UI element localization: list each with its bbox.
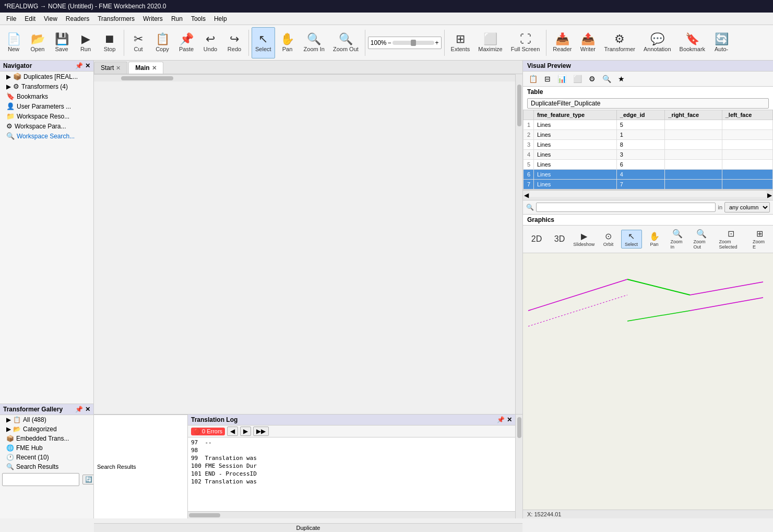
tab-main-close[interactable]: ✕ xyxy=(152,65,157,72)
table-row[interactable]: 6 Lines 4 xyxy=(524,170,773,180)
tl-prev-button[interactable]: ◀ xyxy=(227,427,238,436)
scroll-left-icon[interactable]: ◀ xyxy=(523,191,530,200)
nav-item-duplicates[interactable]: ▶ 📦 Duplicates [REAL... xyxy=(0,72,93,81)
tab-start-close[interactable]: ✕ xyxy=(116,65,121,72)
vp-search-column-select[interactable]: any column xyxy=(724,202,770,212)
run-button[interactable]: ▶ Run xyxy=(74,27,97,58)
nav-item-workspace-search[interactable]: 🔍 Workspace Search... xyxy=(0,131,93,141)
menu-file[interactable]: File xyxy=(2,14,20,23)
col-left-face[interactable]: _left_face xyxy=(722,110,772,120)
zoom-out-button[interactable]: 🔍 Zoom Out xyxy=(329,27,362,58)
cut-button[interactable]: ✂ Cut xyxy=(127,27,150,58)
tg-item-recent[interactable]: 🕐 Recent (10) xyxy=(0,453,93,462)
nav-pin-icon[interactable]: 📌 xyxy=(75,62,83,69)
graphics-orbit-button[interactable]: ⊙ Orbit xyxy=(598,230,619,249)
full-screen-button[interactable]: ⛶ Full Screen xyxy=(507,27,544,58)
vp-icon-table[interactable]: 📋 xyxy=(526,73,540,85)
stop-button[interactable]: ⏹ Stop xyxy=(98,27,121,58)
tg-item-fme-hub[interactable]: 🌐 FME Hub xyxy=(0,443,93,453)
canvas-vertical-scrollbar[interactable] xyxy=(515,74,522,414)
graphics-zoom-out-button[interactable]: 🔍 Zoom Out xyxy=(690,227,713,251)
reader-button[interactable]: 📥 Reader xyxy=(549,27,575,58)
vp-icon-star[interactable]: ★ xyxy=(615,73,627,85)
maximize-button[interactable]: ⬜ Maximize xyxy=(474,27,506,58)
graphics-select-button[interactable]: ↖ Select xyxy=(621,230,642,249)
col-right-face[interactable]: _right_face xyxy=(665,110,722,120)
new-button[interactable]: 📄 New xyxy=(2,27,25,58)
nav-item-user-params[interactable]: 👤 User Parameters ... xyxy=(0,101,93,111)
nav-item-transformers[interactable]: ▶ ⚙ Transformers (4) xyxy=(0,81,93,91)
col-edge-id[interactable]: _edge_id xyxy=(616,110,665,120)
select-button[interactable]: ↖ Select xyxy=(252,27,275,58)
vp-search-input[interactable] xyxy=(536,203,716,212)
graphics-3d-button[interactable]: 3D xyxy=(549,233,570,245)
vp-icon-search[interactable]: 🔍 xyxy=(600,73,614,85)
tl-expand-button[interactable]: ▶▶ xyxy=(253,427,269,436)
menu-tools[interactable]: Tools xyxy=(187,14,210,23)
vscroll-thumb[interactable] xyxy=(517,85,521,126)
tab-main[interactable]: Main ✕ xyxy=(128,62,163,74)
table-row[interactable]: 7 Lines 7 xyxy=(524,180,773,190)
tab-start[interactable]: Start ✕ xyxy=(94,62,127,74)
nav-item-bookmarks[interactable]: 🔖 Bookmarks xyxy=(0,91,93,101)
graphics-zoom-extents-button[interactable]: ⊞ Zoom E xyxy=(749,227,770,251)
table-row[interactable]: 5 Lines 6 xyxy=(524,160,773,170)
menu-writers[interactable]: Writers xyxy=(139,14,167,23)
scroll-right-icon[interactable]: ▶ xyxy=(766,191,773,200)
menu-run[interactable]: Run xyxy=(167,14,187,23)
transformer-button[interactable]: ⚙ Transformer xyxy=(600,27,639,58)
auto-button[interactable]: 🔄 Auto- xyxy=(710,27,733,58)
bookmark-button[interactable]: 🔖 Bookmark xyxy=(676,27,709,58)
tg-close-icon[interactable]: ✕ xyxy=(85,406,90,413)
extents-button[interactable]: ⊞ Extents xyxy=(447,27,474,58)
menu-readers[interactable]: Readers xyxy=(62,14,93,23)
vp-icon-grid[interactable]: ⊟ xyxy=(542,73,553,85)
scroll-track[interactable] xyxy=(530,191,766,197)
tl-hscroll[interactable] xyxy=(188,511,515,518)
menu-transformers[interactable]: Transformers xyxy=(93,14,139,23)
menu-view[interactable]: View xyxy=(40,14,62,23)
tg-search-input[interactable] xyxy=(2,473,79,486)
tl-pin-icon[interactable]: 📌 xyxy=(497,416,505,423)
tg-item-all[interactable]: ▶ 📋 All (488) xyxy=(0,415,93,424)
zoom-in-button[interactable]: 🔍 Zoom In xyxy=(300,27,328,58)
nav-item-resources[interactable]: 📁 Workspace Reso... xyxy=(0,111,93,121)
graphics-slideshow-button[interactable]: ▶ Slideshow xyxy=(572,230,596,249)
writer-button[interactable]: 📤 Writer xyxy=(576,27,599,58)
canvas-horizontal-scrollbar[interactable] xyxy=(94,74,515,81)
menu-help[interactable]: Help xyxy=(210,14,231,23)
col-fme-feature-type[interactable]: fme_feature_type xyxy=(534,110,617,120)
pan-button[interactable]: ✋ Pan xyxy=(276,27,299,58)
nav-item-workspace-params[interactable]: ⚙ Workspace Para... xyxy=(0,121,93,131)
table-row[interactable]: 3 Lines 8 xyxy=(524,140,773,150)
table-row[interactable]: 4 Lines 3 xyxy=(524,150,773,160)
copy-button[interactable]: 📋 Copy xyxy=(151,27,174,58)
zoom-control[interactable]: 100% − + xyxy=(368,37,442,49)
graphics-pan-button[interactable]: ✋ Pan xyxy=(644,230,665,249)
tl-vscroll[interactable] xyxy=(515,415,522,518)
tg-item-search-results[interactable]: 🔍 Search Results xyxy=(0,462,93,471)
col-rownum[interactable] xyxy=(524,110,534,120)
tl-close-icon[interactable]: ✕ xyxy=(507,416,512,423)
tg-item-embedded[interactable]: 📦 Embedded Trans... xyxy=(0,434,93,443)
vp-icon-expand[interactable]: ⬜ xyxy=(570,73,585,85)
tl-next-button[interactable]: ▶ xyxy=(240,427,251,436)
table-row[interactable]: 2 Lines 1 xyxy=(524,130,773,140)
tg-item-categorized[interactable]: ▶ 📂 Categorized xyxy=(0,424,93,434)
menu-edit[interactable]: Edit xyxy=(20,14,40,23)
vp-icon-settings[interactable]: ⚙ xyxy=(586,73,598,85)
open-button[interactable]: 📂 Open xyxy=(26,27,49,58)
graphics-zoom-in-button[interactable]: 🔍 Zoom In xyxy=(667,227,688,251)
graphics-2d-button[interactable]: 2D xyxy=(526,233,547,245)
hscroll-thumb[interactable] xyxy=(121,76,173,80)
save-button[interactable]: 💾 Save xyxy=(50,27,73,58)
tg-search-button[interactable]: 🔄 xyxy=(82,475,93,484)
nav-close-icon[interactable]: ✕ xyxy=(85,62,90,69)
table-row[interactable]: 1 Lines 5 xyxy=(524,120,773,130)
graphics-zoom-selected-button[interactable]: ⊡ Zoom Selected xyxy=(715,227,747,251)
redo-button[interactable]: ↪ Redo xyxy=(223,27,246,58)
undo-button[interactable]: ↩ Undo xyxy=(199,27,222,58)
paste-button[interactable]: 📌 Paste xyxy=(175,27,198,58)
vp-icon-chart[interactable]: 📊 xyxy=(555,73,569,85)
graphics-canvas[interactable] xyxy=(523,253,773,510)
